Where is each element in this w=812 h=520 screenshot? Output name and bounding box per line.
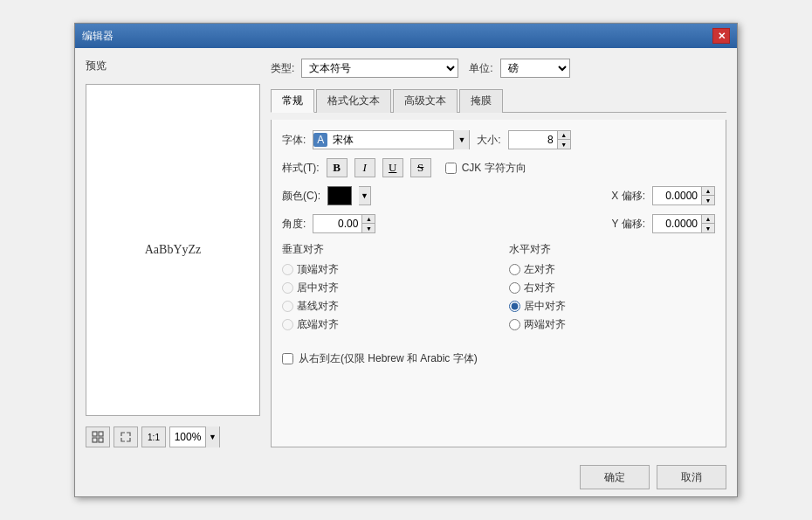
size-input[interactable] (509, 131, 557, 149)
tab-content-normal: 字体: A 宋体 ▼ 大小: ▲ ▼ (271, 120, 726, 447)
size-up-arrow[interactable]: ▲ (558, 131, 570, 140)
unit-label: 单位: (469, 61, 492, 76)
vertical-align-group: 垂直对齐 顶端对齐 居中对齐 基线对齐 (282, 242, 488, 336)
y-offset-input[interactable] (653, 215, 701, 232)
angle-input[interactable] (313, 215, 361, 232)
valign-baseline-radio[interactable] (282, 301, 293, 312)
tab-normal[interactable]: 常规 (271, 89, 314, 113)
font-value: 宋体 (329, 133, 453, 148)
preview-text: AaBbYyZz (145, 243, 202, 257)
horizontal-align-title: 水平对齐 (509, 242, 715, 257)
x-offset-down[interactable]: ▼ (702, 196, 714, 205)
halign-right: 右对齐 (509, 281, 715, 295)
font-dropdown-arrow[interactable]: ▼ (453, 130, 469, 149)
font-input-wrapper: A 宋体 ▼ (313, 130, 470, 149)
unit-select[interactable]: 磅 (500, 59, 570, 78)
y-offset-up[interactable]: ▲ (702, 215, 714, 224)
valign-bottom-radio[interactable] (282, 319, 293, 330)
svg-rect-1 (99, 432, 103, 436)
cjk-checkbox[interactable] (445, 163, 457, 174)
size-label: 大小: (477, 133, 500, 148)
color-row: 颜色(C): ▼ (282, 186, 371, 205)
x-offset-arrows: ▲ ▼ (701, 187, 714, 205)
preview-area: AaBbYyZz (86, 84, 260, 416)
valign-middle-radio[interactable] (282, 282, 293, 294)
svg-rect-2 (93, 438, 97, 442)
font-row: 字体: A 宋体 ▼ 大小: ▲ ▼ (282, 130, 715, 149)
rtl-checkbox[interactable] (282, 353, 293, 364)
angle-down[interactable]: ▼ (362, 224, 375, 232)
valign-bottom-label: 底端对齐 (297, 317, 339, 332)
cancel-button[interactable]: 取消 (657, 465, 726, 489)
valign-top-radio[interactable] (282, 264, 293, 275)
rtl-label: 从右到左(仅限 Hebrew 和 Arabic 字体) (299, 351, 478, 366)
dialog-footer: 确定 取消 (75, 458, 737, 496)
halign-center-radio[interactable] (509, 301, 520, 312)
y-offset-spin[interactable]: ▲ ▼ (652, 214, 715, 233)
tab-advanced[interactable]: 高级文本 (393, 89, 458, 113)
italic-button[interactable]: I (354, 158, 375, 177)
cjk-label: CJK 字符方向 (462, 161, 526, 176)
reset-zoom-button[interactable]: 1:1 (141, 426, 166, 447)
halign-left: 左对齐 (509, 262, 715, 277)
strikethrough-button[interactable]: S (410, 158, 431, 177)
underline-button[interactable]: U (382, 158, 403, 177)
halign-left-radio[interactable] (509, 264, 520, 275)
y-offset-down[interactable]: ▼ (702, 224, 714, 232)
halign-justify: 两端对齐 (509, 317, 715, 332)
bold-button[interactable]: B (327, 158, 348, 177)
size-down-arrow[interactable]: ▼ (558, 140, 570, 149)
halign-center: 居中对齐 (509, 299, 715, 314)
color-label: 颜色(C): (282, 189, 320, 204)
color-dropdown-arrow[interactable]: ▼ (359, 186, 371, 205)
zoom-dropdown-arrow[interactable]: ▼ (205, 426, 219, 447)
valign-middle-label: 居中对齐 (297, 281, 339, 295)
align-section: 垂直对齐 顶端对齐 居中对齐 基线对齐 (282, 242, 715, 336)
x-offset-input[interactable] (653, 187, 701, 205)
zoom-input[interactable] (170, 431, 205, 443)
y-offset-arrows: ▲ ▼ (701, 215, 714, 232)
size-spin-arrows: ▲ ▼ (557, 131, 570, 149)
x-offset-spin[interactable]: ▲ ▼ (652, 186, 715, 205)
valign-top: 顶端对齐 (282, 262, 488, 277)
type-label: 类型: (271, 61, 294, 76)
size-spin[interactable]: ▲ ▼ (508, 130, 571, 149)
x-offset-label: X 偏移: (611, 189, 645, 204)
title-bar-buttons: ✕ (712, 28, 730, 44)
x-offset-up[interactable]: ▲ (702, 187, 714, 196)
halign-right-radio[interactable] (509, 282, 520, 294)
title-bar: 编辑器 ✕ (75, 24, 737, 48)
font-label: 字体: (282, 133, 306, 148)
halign-center-label: 居中对齐 (524, 299, 566, 314)
vertical-align-title: 垂直对齐 (282, 242, 488, 257)
svg-rect-3 (99, 438, 103, 442)
angle-spin[interactable]: ▲ ▼ (313, 214, 375, 233)
preview-toolbar: 1:1 ▼ (86, 423, 260, 447)
preview-label: 预览 (86, 59, 260, 73)
expand-button[interactable] (114, 426, 138, 447)
halign-right-label: 右对齐 (524, 281, 555, 295)
style-label: 样式(T): (282, 161, 320, 176)
valign-baseline: 基线对齐 (282, 299, 488, 314)
angle-arrows: ▲ ▼ (361, 215, 375, 232)
zoom-select[interactable]: ▼ (169, 426, 220, 447)
angle-up[interactable]: ▲ (362, 215, 375, 224)
close-button[interactable]: ✕ (712, 28, 730, 44)
unit-row: 单位: 磅 (469, 59, 569, 78)
ok-button[interactable]: 确定 (580, 465, 650, 489)
tab-bar: 常规 格式化文本 高级文本 掩膜 (271, 88, 726, 113)
halign-justify-radio[interactable] (509, 319, 520, 330)
color-swatch[interactable] (327, 186, 352, 205)
dialog-title: 编辑器 (82, 29, 114, 44)
y-offset-label: Y 偏移: (612, 217, 645, 232)
type-row: 类型: 文本符号 (271, 59, 458, 78)
tab-mask[interactable]: 掩膜 (459, 89, 503, 113)
fit-button[interactable] (86, 426, 110, 447)
x-offset-row: X 偏移: ▲ ▼ (611, 186, 715, 205)
font-icon: A (313, 133, 327, 147)
horizontal-align-group: 水平对齐 左对齐 右对齐 居中对齐 (509, 242, 715, 336)
type-select[interactable]: 文本符号 (301, 59, 458, 78)
tab-formatted[interactable]: 格式化文本 (316, 89, 391, 113)
style-row: 样式(T): B I U S (282, 158, 431, 177)
halign-justify-label: 两端对齐 (524, 317, 566, 332)
